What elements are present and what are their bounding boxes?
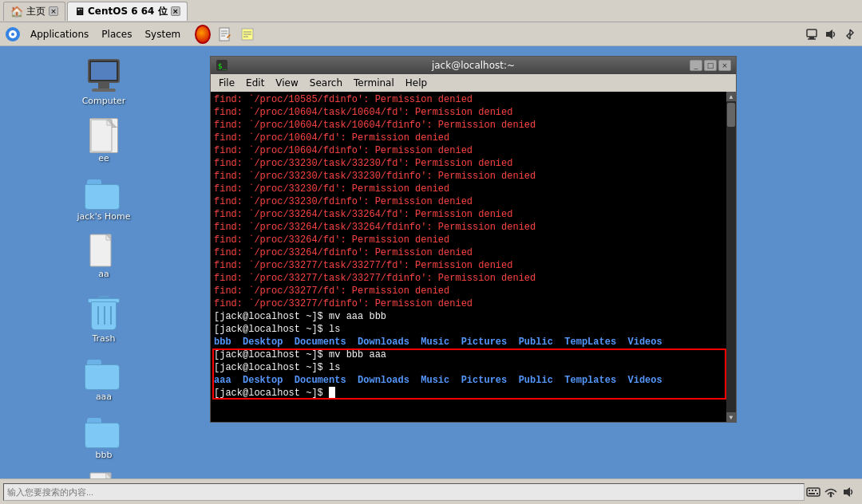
term-line-13: find: `/proc/33264/fdinfo': Permission d… — [214, 246, 725, 259]
scrollbar-thumb[interactable] — [727, 103, 735, 127]
term-line-14: find: `/proc/33277/task/33277/fd': Permi… — [214, 259, 725, 272]
ee-label: ee — [98, 153, 109, 163]
svg-rect-35 — [817, 493, 818, 494]
svg-rect-3 — [219, 28, 229, 41]
svg-rect-32 — [812, 490, 813, 491]
terminal-maximize-button[interactable]: □ — [704, 60, 717, 71]
term-cmd-ls-1: [jack@localhost ~]$ ls — [214, 323, 725, 336]
term-ls-output-1: bbb Desktop Documents Downloads Music Pi… — [214, 336, 725, 348]
bbb-label: bbb — [96, 450, 113, 460]
terminal-window-title: jack@localhost:~ — [432, 60, 515, 71]
scroll-down-arrow[interactable]: ▼ — [726, 412, 736, 422]
desktop-icon-aa[interactable]: aa — [68, 229, 140, 284]
tab-home[interactable]: 🏠 主页 × — [3, 2, 65, 21]
tabs-container: 🏠 主页 × 🖥 CentOS 6 64 位 × — [3, 2, 188, 21]
svg-marker-15 — [826, 30, 832, 39]
applications-menu[interactable]: Applications — [27, 27, 92, 41]
taskbar-search-input[interactable] — [3, 483, 805, 501]
home-tab-close[interactable]: × — [49, 6, 58, 16]
system-bar: Applications Places System — [0, 22, 862, 46]
scroll-up-arrow[interactable]: ▲ — [726, 92, 736, 101]
desktop-icon-aaa[interactable]: aaa — [68, 355, 140, 407]
terminal-minimize-button[interactable]: _ — [690, 60, 702, 71]
term-line-12: find: `/proc/33264/fd': Permission denie… — [214, 234, 725, 246]
term-line-7: find: `/proc/33230/task/33230/fdinfo': P… — [214, 170, 725, 183]
term-line-8: find: `/proc/33230/fd': Permission denie… — [214, 183, 725, 195]
svg-rect-34 — [809, 493, 815, 494]
term-cmd-mv-aaa-bbb: [jack@localhost ~]$ mv aaa bbb — [214, 310, 725, 323]
computer-label: Computer — [82, 96, 126, 106]
aaa-folder-icon — [85, 360, 123, 392]
keyboard-indicator[interactable] — [806, 485, 820, 499]
terminal-tab-icon: 🖥 — [74, 6, 85, 18]
term-line-5: find: `/proc/10604/fdinfo': Permission d… — [214, 144, 725, 157]
taskbar — [0, 478, 862, 504]
term-line-1: find: `/proc/10585/fdinfo': Permission d… — [214, 93, 725, 106]
volume-icon[interactable] — [824, 27, 838, 41]
system-label: System — [144, 29, 180, 40]
terminal-scrollbar[interactable]: ▲ ▼ — [726, 92, 736, 422]
jacks-home-label: jack's Home — [77, 211, 131, 222]
applications-label: Applications — [30, 29, 89, 40]
tab-terminal[interactable]: 🖥 CentOS 6 64 位 × — [67, 2, 188, 21]
tab-bar: 🏠 主页 × 🖥 CentOS 6 64 位 × — [0, 0, 862, 22]
desktop-icon-ee[interactable]: ee — [68, 113, 140, 168]
term-line-15: find: `/proc/33277/task/33277/fdinfo': P… — [214, 272, 725, 285]
network-tray-icon[interactable] — [824, 485, 838, 499]
terminal-tab-close[interactable]: × — [171, 6, 180, 16]
terminal-menu-help[interactable]: Help — [401, 77, 432, 89]
terminal-tab-label: CentOS 6 64 位 — [88, 5, 168, 18]
term-ls-output-2: aaa Desktop Documents Downloads Music Pi… — [214, 374, 725, 387]
svg-rect-33 — [815, 490, 817, 491]
firefox-icon[interactable] — [195, 26, 211, 42]
jacks-home-folder-icon — [85, 179, 123, 211]
terminal-window-icon: $_ — [216, 59, 228, 72]
svg-marker-37 — [844, 487, 850, 497]
terminal-menu-view[interactable]: View — [271, 77, 302, 89]
svg-rect-12 — [807, 30, 817, 37]
svg-rect-30 — [807, 488, 820, 496]
desktop-area: Computer ee jack's Home aa — [0, 46, 208, 501]
bluetooth-icon[interactable] — [843, 27, 857, 41]
term-line-17: find: `/proc/33277/fdinfo': Permission d… — [214, 297, 725, 310]
home-tab-label: 主页 — [26, 5, 45, 18]
terminal-menu-terminal[interactable]: Terminal — [349, 77, 399, 89]
ee-file-icon — [89, 118, 118, 153]
terminal-body[interactable]: find: `/proc/10585/fdinfo': Permission d… — [211, 92, 736, 422]
terminal-titlebar: $_ jack@localhost:~ _ □ × — [211, 57, 736, 74]
desktop-icon-computer[interactable]: Computer — [68, 54, 140, 111]
terminal-close-button[interactable]: × — [718, 60, 731, 71]
desktop-icon-trash[interactable]: Trash — [68, 290, 140, 348]
highlighted-section: [jack@localhost ~]$ mv bbb aaa [jack@loc… — [214, 348, 725, 400]
terminal-menu-edit[interactable]: Edit — [241, 77, 269, 89]
system-menu[interactable]: System — [141, 27, 184, 41]
aa-file-icon — [89, 234, 118, 269]
places-menu[interactable]: Places — [98, 27, 135, 41]
desktop-icon-bbb[interactable]: bbb — [68, 413, 140, 465]
svg-rect-31 — [809, 490, 810, 491]
term-line-4: find: `/proc/10604/fd': Permission denie… — [214, 132, 725, 144]
svg-point-2 — [11, 33, 14, 36]
system-tray — [805, 27, 857, 41]
term-line-2: find: `/proc/10604/task/10604/fd': Permi… — [214, 106, 725, 119]
volume-tray-icon[interactable] — [841, 485, 856, 499]
svg-point-36 — [830, 494, 832, 497]
bbb-folder-icon — [85, 418, 123, 450]
term-line-6: find: `/proc/33230/task/33230/fd': Permi… — [214, 157, 725, 170]
desktop-icon-jacks-home[interactable]: jack's Home — [68, 175, 140, 226]
note-icon[interactable] — [239, 26, 255, 42]
terminal-menu-file[interactable]: File — [214, 77, 239, 89]
editor-icon[interactable] — [217, 26, 233, 42]
aa-label: aa — [98, 269, 109, 279]
term-line-11: find: `/proc/33264/task/33264/fdinfo': P… — [214, 221, 725, 234]
places-label: Places — [101, 29, 132, 40]
trash-icon-img — [86, 295, 121, 333]
network-icon[interactable] — [805, 27, 819, 41]
terminal-menubar: File Edit View Search Terminal Help — [211, 74, 736, 92]
computer-icon-img — [84, 59, 124, 96]
svg-text:$_: $_ — [218, 62, 227, 70]
aaa-label: aaa — [96, 392, 112, 402]
terminal-menu-search[interactable]: Search — [305, 77, 347, 89]
taskbar-left — [3, 483, 805, 501]
home-tab-icon: 🏠 — [10, 6, 23, 18]
